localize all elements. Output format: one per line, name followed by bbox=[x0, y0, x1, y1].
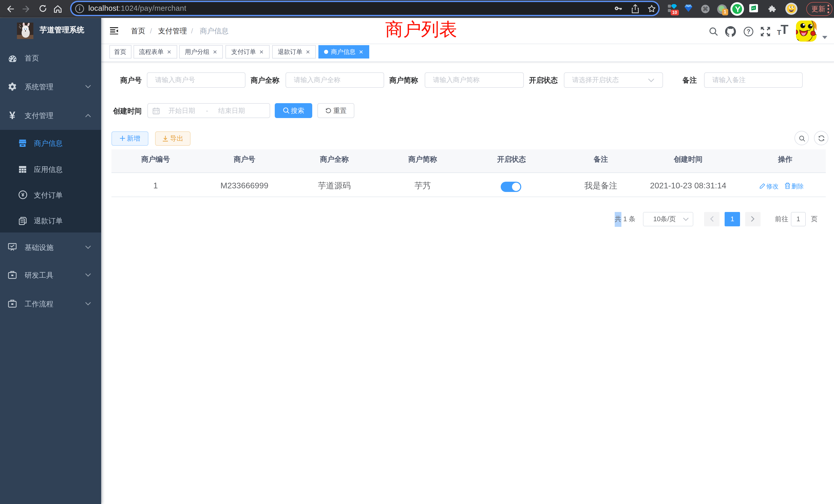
svg-text:¥: ¥ bbox=[21, 192, 24, 198]
svg-text:⌘: ⌘ bbox=[703, 6, 708, 12]
svg-text:?: ? bbox=[747, 28, 750, 35]
